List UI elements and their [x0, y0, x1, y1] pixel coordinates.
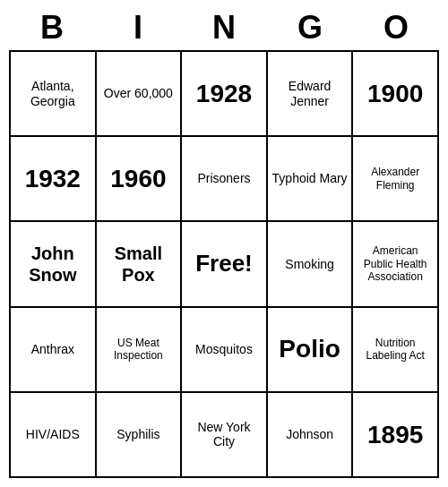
bingo-cell: Free!: [182, 222, 268, 307]
bingo-cell: 1928: [182, 52, 268, 137]
bingo-cell: Alexander Fleming: [353, 137, 439, 222]
bingo-cell: Mosquitos: [182, 308, 268, 393]
bingo-cell: Small Pox: [97, 222, 183, 307]
bingo-cell: Atlanta, Georgia: [11, 52, 97, 137]
bingo-cell: 1932: [11, 137, 97, 222]
bingo-cell: 1900: [353, 52, 439, 137]
bingo-cell: Syphilis: [97, 393, 183, 478]
bingo-cell: Anthrax: [11, 308, 97, 393]
bingo-cell: Smoking: [268, 222, 354, 307]
bingo-cell: John Snow: [11, 222, 97, 307]
bingo-title: B I N G O: [9, 9, 439, 47]
bingo-cell: 1895: [353, 393, 439, 478]
bingo-grid: Atlanta, GeorgiaOver 60,0001928Edward Je…: [9, 50, 439, 478]
title-i: I: [95, 9, 181, 47]
bingo-cell: American Public Health Association: [353, 222, 439, 307]
bingo-cell: HIV/AIDS: [11, 393, 97, 478]
bingo-cell: Prisoners: [182, 137, 268, 222]
bingo-cell: Polio: [268, 308, 354, 393]
title-n: N: [181, 9, 267, 47]
bingo-cell: 1960: [97, 137, 183, 222]
bingo-cell: Over 60,000: [97, 52, 183, 137]
title-g: G: [267, 9, 353, 47]
bingo-cell: US Meat Inspection: [97, 308, 183, 393]
bingo-cell: Typhoid Mary: [268, 137, 354, 222]
title-b: B: [9, 9, 95, 47]
bingo-cell: Nutrition Labeling Act: [353, 308, 439, 393]
bingo-cell: Edward Jenner: [268, 52, 354, 137]
bingo-cell: New York City: [182, 393, 268, 478]
title-o: O: [353, 9, 439, 47]
bingo-cell: Johnson: [268, 393, 354, 478]
